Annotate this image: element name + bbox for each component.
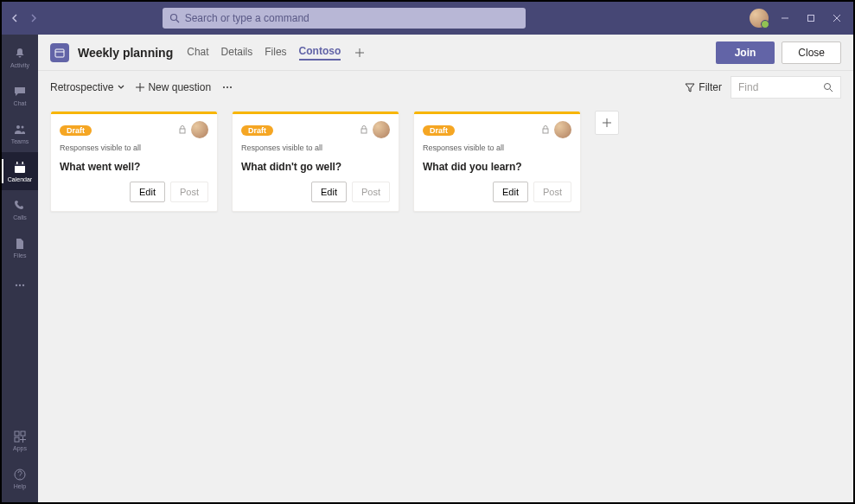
more-icon [13,278,27,292]
teams-icon [13,123,27,137]
channel-header: Weekly planning Chat Details Files Conto… [38,35,853,71]
svg-rect-19 [55,49,64,57]
tab-chat[interactable]: Chat [187,46,208,60]
rail-label: Apps [13,445,27,451]
card-icons [540,121,571,138]
rail-item-calls[interactable]: Calls [2,190,38,228]
search-icon [823,82,833,93]
svg-rect-15 [15,431,19,436]
svg-rect-31 [361,129,367,133]
question-card: Draft Responses visible to all What didn… [232,111,399,212]
lock-icon [540,124,551,135]
lock-icon [359,124,369,135]
card-meta: Draft Responses visible to all [60,121,177,154]
rail-item-activity[interactable]: Activity [2,38,38,76]
calendar-icon [54,48,65,58]
svg-point-12 [16,284,17,286]
filter-button[interactable]: Filter [685,81,722,93]
nav-forward-button[interactable] [26,11,40,25]
tab-details[interactable]: Details [221,46,253,60]
question-card: Draft Responses visible to all What did … [413,111,581,212]
more-icon [221,83,233,92]
svg-point-27 [230,86,232,88]
nav-back-button[interactable] [9,11,22,25]
toolbar-right: Filter Find [685,76,841,99]
card-actions: Edit Post [233,182,399,211]
rail-item-more[interactable] [2,266,38,304]
edit-button[interactable]: Edit [311,182,347,202]
window-minimize-button[interactable] [775,9,794,28]
status-badge: Draft [241,125,273,136]
card-actions: Edit Post [414,182,580,211]
nav-arrows [9,11,40,25]
rail-label: Teams [11,138,29,144]
rail-label: Activity [10,62,29,68]
tab-contoso[interactable]: Contoso [299,45,341,61]
bell-icon [13,47,27,61]
svg-line-29 [830,89,833,92]
file-icon [13,237,27,251]
rail-item-help[interactable]: Help [2,459,38,497]
plus-icon [602,118,612,128]
svg-point-7 [22,125,24,128]
view-label: Retrospective [50,81,113,93]
window-close-button[interactable] [827,9,846,28]
more-actions-button[interactable] [221,83,233,92]
edit-button[interactable]: Edit [493,182,528,202]
search-input[interactable]: Search or type a command [163,8,526,29]
join-button[interactable]: Join [716,41,775,64]
plus-icon [355,48,364,57]
post-button[interactable]: Post [533,182,571,202]
rail-item-apps[interactable]: Apps [2,421,38,459]
new-question-button[interactable]: New question [136,81,211,93]
close-button[interactable]: Close [782,41,841,64]
question-text: What didn't go well? [233,157,399,182]
question-card: Draft Responses visible to all What went… [50,111,218,212]
rail-label: Help [14,483,26,489]
rail-label: Calls [13,214,27,220]
rail-label: Calendar [8,176,32,182]
chevron-down-icon [117,83,125,92]
window-maximize-button[interactable] [801,9,820,28]
body: Activity Chat Teams Calendar Calls Files [2,35,853,502]
find-placeholder: Find [738,81,758,93]
svg-point-26 [227,86,228,88]
rail-item-teams[interactable]: Teams [2,114,38,152]
post-button[interactable]: Post [170,182,208,202]
svg-rect-16 [21,431,25,436]
search-placeholder: Search or type a command [185,12,309,24]
svg-point-25 [223,86,225,88]
visibility-text: Responses visible to all [60,144,141,152]
add-column-button[interactable] [595,111,619,135]
svg-point-0 [170,15,176,21]
plus-icon [136,83,144,92]
author-avatar [554,121,571,138]
titlebar-right [750,9,846,28]
add-tab-button[interactable] [353,46,367,60]
tab-files[interactable]: Files [265,46,286,60]
user-avatar[interactable] [750,9,769,28]
rail-item-calendar[interactable]: Calendar [2,152,38,190]
card-meta: Draft Responses visible to all [241,121,359,154]
calendar-icon [13,161,27,175]
channel-icon [50,43,69,62]
svg-rect-9 [15,163,25,166]
titlebar: Search or type a command [2,2,853,35]
edit-button[interactable]: Edit [130,182,165,202]
question-text: What went well? [51,157,217,182]
find-input[interactable]: Find [731,76,841,99]
card-header: Draft Responses visible to all [233,114,399,157]
svg-rect-11 [22,162,24,164]
rail-item-chat[interactable]: Chat [2,76,38,114]
post-button[interactable]: Post [352,182,390,202]
svg-line-1 [176,20,179,22]
svg-rect-32 [543,129,548,133]
rail-item-files[interactable]: Files [2,228,38,266]
visibility-text: Responses visible to all [423,144,504,152]
svg-rect-3 [807,16,814,22]
chat-icon [13,85,27,99]
filter-icon [685,82,695,93]
svg-point-28 [825,84,831,90]
new-question-label: New question [148,81,211,93]
view-dropdown[interactable]: Retrospective [50,81,125,93]
